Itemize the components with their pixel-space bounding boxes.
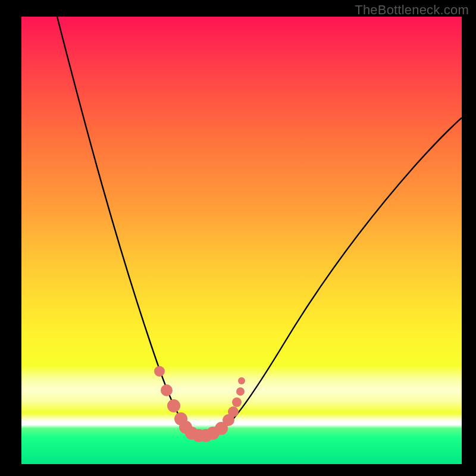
curve-layer <box>21 17 462 464</box>
svg-point-0 <box>154 366 165 377</box>
highlight-dots <box>154 366 245 442</box>
chart-frame: TheBottleneck.com <box>0 0 476 476</box>
svg-point-14 <box>238 377 245 384</box>
svg-point-2 <box>167 399 180 412</box>
watermark-text: TheBottleneck.com <box>355 2 469 18</box>
svg-point-13 <box>236 387 245 396</box>
bottleneck-curve <box>57 17 462 436</box>
svg-point-1 <box>161 384 173 396</box>
plot-area <box>21 17 462 464</box>
svg-point-12 <box>232 397 242 407</box>
svg-point-11 <box>228 406 239 417</box>
